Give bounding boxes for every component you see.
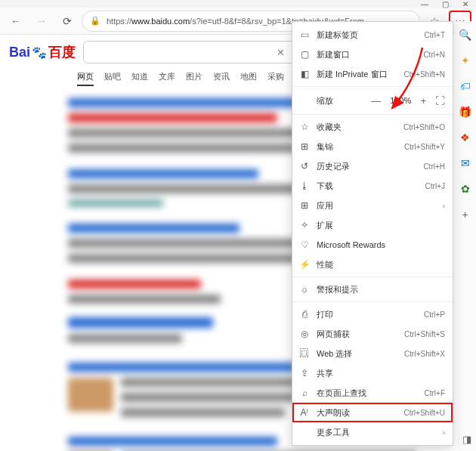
outlook-icon[interactable]: ✉ (459, 157, 471, 169)
baidu-tab[interactable]: 资讯 (213, 71, 230, 86)
menu-item-icon: ◧ (298, 69, 311, 79)
menu-item-icon: ♡ (298, 239, 311, 250)
menu-item-shortcut: Ctrl+Shift+U (404, 409, 445, 417)
menu-item-icon: ⚡ (298, 259, 311, 270)
baidu-tab[interactable]: 采购 (267, 71, 284, 86)
zoom-in-button[interactable]: + (420, 95, 426, 107)
menu-item-label: 扩展 (317, 220, 445, 231)
menu-item[interactable]: ⎙打印Ctrl+P (292, 304, 453, 324)
menu-item-icon: ◎ (298, 329, 311, 339)
menu-item-label: 打印 (317, 309, 418, 320)
menu-item-label: 大声朗读 (317, 407, 398, 419)
baidu-tab[interactable]: 文库 (159, 71, 175, 86)
menu-item-icon: ▭ (298, 29, 311, 40)
paw-icon: 🐾 (32, 45, 47, 60)
menu-item-shortcut: Ctrl+Shift+N (404, 70, 445, 79)
gift-icon[interactable]: 🎁 (459, 106, 471, 118)
baidu-tab[interactable]: 网页 (77, 71, 94, 86)
leaf-icon[interactable]: ✿ (459, 183, 471, 195)
menu-item-label: 警报和提示 (317, 284, 445, 295)
menu-item[interactable]: ⊞集锦Ctrl+Shift+Y (292, 137, 453, 156)
menu-item[interactable]: ▭新建标签页Ctrl+T (292, 25, 453, 45)
refresh-button[interactable]: ⟳ (56, 11, 79, 32)
menu-item-icon: ⭳ (298, 181, 311, 191)
menu-item-label: 收藏夹 (317, 122, 397, 133)
menu-item-label: 更多工具 (317, 427, 437, 438)
menu-item-shortcut: Ctrl+Shift+S (404, 330, 445, 338)
menu-item[interactable]: ▢新建窗口Ctrl+N (292, 45, 453, 64)
menu-item-shortcut: Ctrl+J (425, 182, 445, 190)
menu-item[interactable]: ☼警报和提示 (292, 280, 453, 299)
plus-icon[interactable]: + (459, 209, 471, 221)
back-button[interactable]: ← (5, 11, 27, 32)
sparkle-icon[interactable]: ✦ (459, 54, 471, 66)
menu-item-label: 新建窗口 (317, 49, 417, 60)
baidu-search-box[interactable]: ✕ 📷 (83, 41, 310, 63)
menu-item-label: 在页面上查找 (317, 388, 419, 399)
menu-item-icon: ☼ (298, 284, 311, 295)
menu-item[interactable]: ✧扩展 (292, 215, 453, 235)
menu-item-shortcut: Ctrl+P (424, 310, 445, 319)
zoom-label: 缩放 (317, 95, 362, 107)
baidu-tab[interactable]: 知道 (131, 71, 148, 86)
menu-item-icon: ⿴ (298, 348, 311, 359)
menu-item-icon: ⊞ (298, 141, 311, 152)
baidu-tab[interactable]: 地图 (240, 71, 257, 86)
menu-item-icon: ⊞ (298, 200, 311, 211)
menu-item-icon: ⇪ (298, 368, 311, 378)
menu-item[interactable]: 更多工具› (292, 422, 453, 442)
menu-item[interactable]: A⁾大声朗读Ctrl+Shift+U (292, 403, 453, 422)
menu-item-label: 共享 (317, 368, 445, 379)
baidu-search-input[interactable] (90, 47, 270, 57)
menu-item[interactable]: ◧新建 InPrivate 窗口Ctrl+Shift+N (292, 64, 453, 84)
zoom-value: 100% (390, 96, 411, 105)
menu-item-icon: ⌕ (298, 388, 311, 398)
menu-item-shortcut: Ctrl+Shift+X (404, 350, 445, 358)
menu-item-label: 新建 InPrivate 窗口 (317, 69, 398, 80)
menu-item[interactable]: ⿴Web 选择Ctrl+Shift+X (292, 344, 453, 363)
window-maximize[interactable]: ▢ (442, 0, 449, 8)
forward-button[interactable]: → (30, 11, 53, 32)
menu-item-label: 网页捕获 (317, 329, 398, 340)
search-icon[interactable]: 🔍 (459, 29, 471, 41)
menu-item-icon: ▢ (298, 49, 311, 60)
chevron-right-icon: › (443, 428, 445, 437)
zoom-out-button[interactable]: — (371, 95, 381, 107)
clear-icon[interactable]: ✕ (277, 47, 285, 58)
menu-item[interactable]: ♡Microsoft Rewards (292, 235, 453, 255)
menu-item[interactable]: ↺历史记录Ctrl+H (292, 156, 453, 176)
menu-zoom-row: 缩放—100%+⛶ (292, 89, 453, 112)
menu-item[interactable]: ☆收藏夹Ctrl+Shift+O (292, 117, 453, 137)
menu-item-icon: ↺ (298, 161, 311, 171)
menu-item-shortcut: Ctrl+Shift+O (403, 123, 445, 131)
menu-item[interactable]: ⌕在页面上查找Ctrl+F (292, 383, 453, 403)
menu-item-label: 应用 (317, 200, 437, 212)
baidu-tab[interactable]: 图片 (186, 71, 202, 86)
office-icon[interactable]: ❖ (459, 131, 471, 144)
window-close[interactable]: ✕ (462, 0, 468, 8)
browser-menu: ▭新建标签页Ctrl+T▢新建窗口Ctrl+N◧新建 InPrivate 窗口C… (292, 21, 453, 446)
menu-separator (292, 276, 453, 277)
sidebar-toggle-icon[interactable]: ◨ (462, 434, 471, 445)
menu-item-shortcut: Ctrl+Shift+Y (404, 143, 445, 151)
menu-item-label: 集锦 (317, 141, 398, 153)
menu-item-icon: ☆ (298, 122, 311, 132)
menu-item[interactable]: ⇪共享 (292, 363, 453, 383)
fullscreen-button[interactable]: ⛶ (435, 95, 445, 107)
menu-item-label: 新建标签页 (317, 29, 419, 41)
baidu-tab[interactable]: 贴吧 (104, 71, 121, 86)
menu-item-icon: ✧ (298, 220, 311, 230)
menu-item-shortcut: Ctrl+H (423, 162, 445, 171)
menu-item[interactable]: ⊞应用› (292, 196, 453, 215)
menu-item-label: 性能 (317, 259, 445, 270)
menu-item[interactable]: ⭳下载Ctrl+J (292, 176, 453, 196)
lock-icon: 🔒 (90, 16, 100, 26)
window-minimize[interactable]: — (421, 0, 428, 8)
menu-item[interactable]: ⚡性能 (292, 255, 453, 274)
tag-icon[interactable]: 🏷 (459, 80, 471, 92)
menu-item-label: Web 选择 (317, 348, 398, 360)
menu-item[interactable]: ◎网页捕获Ctrl+Shift+S (292, 324, 453, 344)
menu-item-shortcut: Ctrl+T (425, 31, 446, 39)
baidu-logo[interactable]: Bai🐾百度 (9, 43, 76, 61)
menu-item-shortcut: Ctrl+N (423, 51, 445, 59)
